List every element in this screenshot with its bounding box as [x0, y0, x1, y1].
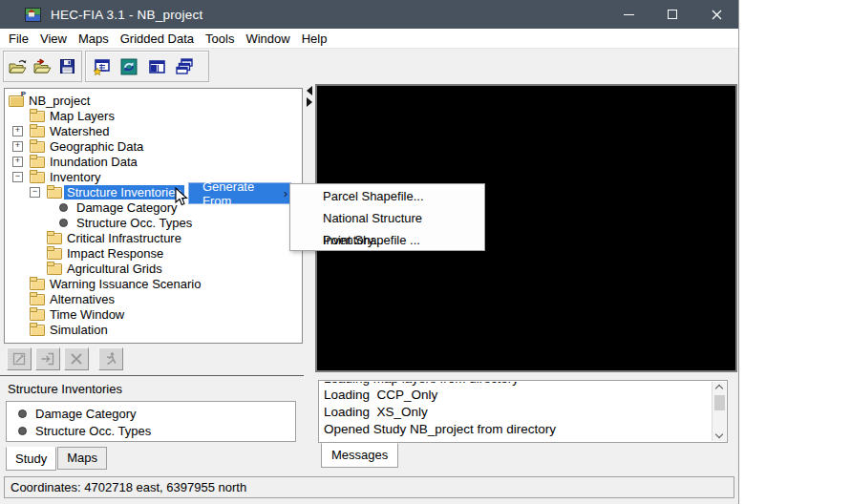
open-study-button[interactable]	[8, 55, 28, 78]
left-tab[interactable]: Maps	[57, 447, 107, 470]
tree-item-label: Alternatives	[47, 292, 117, 306]
tree-node-icon	[29, 123, 47, 138]
menu-item[interactable]: View	[34, 29, 73, 49]
tree-item-label: Geographic Data	[47, 139, 146, 154]
tree-item[interactable]: Map Layers	[5, 108, 302, 123]
run-icon	[103, 351, 118, 367]
tree-node-icon	[29, 276, 47, 291]
bullet-icon	[14, 423, 35, 438]
coordinates-readout: Coordinates: 4702718 east, 6397955 north	[11, 480, 246, 494]
refresh-map-icon	[120, 58, 138, 75]
tile-windows-button[interactable]	[145, 55, 168, 78]
tree-item[interactable]: Geographic Data	[5, 138, 302, 154]
tree-item-label: Simulation	[47, 323, 111, 337]
minimize-button[interactable]	[606, 0, 650, 29]
tree-expander-icon[interactable]	[12, 322, 29, 337]
new-map-window-button[interactable]	[90, 55, 113, 78]
maximize-button[interactable]	[650, 0, 694, 29]
tree-expander-icon[interactable]	[12, 306, 29, 322]
maximize-icon	[668, 10, 677, 19]
tree-item[interactable]: Agricultural Grids	[5, 261, 302, 276]
tree-item[interactable]: NB_project	[5, 93, 302, 108]
scrollbar-thumb[interactable]	[714, 395, 725, 410]
inventory-list: Damage Category Structure Occ. Types	[6, 401, 296, 442]
import-study-button[interactable]	[32, 55, 53, 78]
inventory-list-item[interactable]: Structure Occ. Types	[7, 422, 295, 439]
tree-item[interactable]: Inundation Data	[5, 154, 302, 169]
menu-item[interactable]: Window	[240, 29, 295, 49]
tree-expander-icon[interactable]	[39, 200, 55, 215]
mouse-cursor-icon	[175, 187, 189, 211]
tree-expander-icon[interactable]	[12, 291, 29, 306]
tree-expander-icon[interactable]	[12, 276, 29, 291]
cascade-windows-icon	[176, 58, 194, 74]
log-line: Opened Study NB_project from directory	[324, 421, 711, 438]
tree-node-icon	[46, 184, 64, 200]
cascade-windows-button[interactable]	[173, 55, 196, 78]
context-menu-item-generate-from[interactable]: Generate From	[189, 179, 284, 208]
tree-item[interactable]: Simulation	[5, 322, 302, 337]
tree-expander-icon[interactable]	[12, 169, 29, 184]
log-line: Loading map layers from directory	[324, 382, 711, 387]
submenu-item[interactable]: Parcel Shapefile...	[290, 185, 484, 207]
delete-icon	[69, 351, 84, 367]
tree-node-icon	[29, 291, 47, 306]
tree-item[interactable]: Alternatives	[5, 291, 302, 306]
tree-item[interactable]: Structure Occ. Types	[5, 215, 302, 230]
toolbar-group-windows	[85, 51, 209, 82]
tree-expander-icon[interactable]	[12, 108, 29, 123]
save-study-button[interactable]	[57, 55, 77, 78]
tree-node-icon	[29, 306, 47, 322]
inventory-panel-title: Structure Inventories	[8, 382, 122, 396]
tree-expander-icon[interactable]	[12, 138, 29, 154]
menu-item[interactable]: File	[3, 29, 34, 49]
menu-item[interactable]: Help	[296, 29, 333, 49]
tree-item[interactable]: Warning Issuance Scenario	[5, 276, 302, 291]
edit-button[interactable]	[7, 347, 32, 370]
tree-item-label: Inundation Data	[47, 155, 140, 169]
tree-item[interactable]: Watershed	[5, 123, 302, 138]
tree-node-icon	[55, 200, 74, 215]
tab-messages[interactable]: Messages	[321, 443, 398, 468]
collapse-left-icon[interactable]	[307, 86, 312, 95]
tree-node-icon	[29, 154, 47, 169]
tree-item[interactable]: Time Window	[5, 306, 302, 322]
inventory-list-item[interactable]: Damage Category	[7, 405, 295, 422]
tree-expander-icon[interactable]	[30, 245, 46, 261]
submenu-item[interactable]: Point Shapefile ...	[290, 229, 484, 251]
messages-scrollbar[interactable]	[712, 382, 726, 441]
tree-expander-icon[interactable]	[30, 184, 46, 200]
submenu-item[interactable]: National Structure Inventory...	[290, 207, 484, 229]
status-bar: Coordinates: 4702718 east, 6397955 north	[4, 476, 734, 498]
tree-item-label: Structure Occ. Types	[74, 216, 195, 230]
tree-expander-icon[interactable]	[39, 215, 55, 230]
tree-expander-icon[interactable]	[12, 123, 29, 138]
tree-expander-icon[interactable]	[30, 261, 46, 276]
scroll-down-icon[interactable]	[715, 430, 723, 438]
tree-item[interactable]: Impact Response	[5, 245, 302, 261]
run-button[interactable]	[98, 347, 123, 370]
tree-expander-icon[interactable]	[12, 154, 29, 169]
toolbar	[0, 49, 738, 84]
edit-icon	[11, 351, 27, 367]
tree-node-icon	[29, 138, 47, 154]
menu-item[interactable]: Maps	[73, 29, 115, 49]
tree-node-icon	[29, 169, 47, 184]
refresh-map-button[interactable]	[117, 55, 140, 78]
app-window: HEC-FIA 3.1 - NB_project FileViewMapsGri…	[0, 0, 739, 504]
tree-expander-icon[interactable]	[30, 230, 46, 245]
scroll-up-icon[interactable]	[715, 385, 723, 392]
collapse-right-icon[interactable]	[307, 97, 312, 107]
left-tab[interactable]: Study	[6, 447, 56, 471]
close-button[interactable]	[694, 0, 738, 29]
app-logo-icon	[25, 8, 41, 22]
menu-item[interactable]: Tools	[200, 29, 240, 49]
delete-button[interactable]	[64, 347, 89, 370]
import-button[interactable]	[35, 347, 60, 370]
menu-bar: FileViewMapsGridded DataToolsWindowHelp	[0, 29, 738, 49]
tree-item-label: Impact Response	[64, 246, 166, 261]
menu-item[interactable]: Gridded Data	[115, 29, 200, 49]
tree-item[interactable]: Critical Infrastructure	[5, 230, 302, 245]
tree-item-label: Watershed	[47, 124, 112, 138]
save-study-icon	[59, 58, 75, 74]
